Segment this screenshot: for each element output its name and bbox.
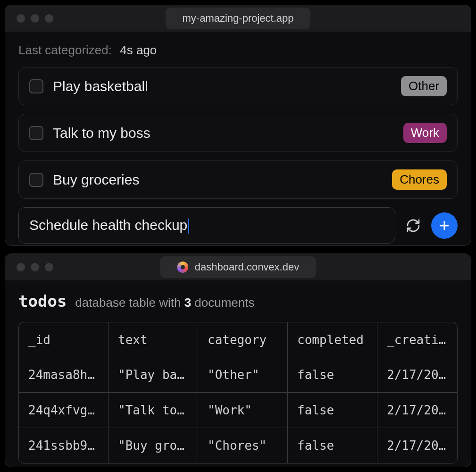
table-subtitle: database table with 3 documents [75, 295, 254, 310]
refresh-button[interactable] [404, 216, 423, 235]
todo-text: Play basketball [53, 78, 392, 94]
traffic-light-minimize[interactable] [31, 263, 39, 271]
table-name: todos [18, 292, 67, 311]
status-line: Last categorized: 4s ago [18, 43, 458, 58]
cell-text: "Talk to… [109, 393, 198, 428]
dashboard-window: dashboard.convex.dev todos database tabl… [5, 253, 471, 467]
subtitle-prefix: database table with [75, 295, 184, 310]
dashboard-address-text: dashboard.convex.dev [195, 261, 299, 273]
category-badge: Work [403, 123, 447, 143]
col-creation[interactable]: _creationTi… [377, 322, 457, 357]
status-value: 4s ago [120, 43, 157, 57]
new-todo-input[interactable]: Schedule health checkup [18, 207, 395, 244]
app-address-text: my-amazing-project.app [183, 12, 294, 25]
cell-category: "Other" [198, 357, 288, 392]
table-row[interactable]: 24q4xfvg…"Talk to…"Work"false2/17/202… [19, 392, 457, 428]
todo-list: Play basketballOtherTalk to my bossWorkB… [18, 67, 458, 199]
todo-row[interactable]: Play basketballOther [18, 67, 458, 105]
cell-id: 24q4xfvg… [19, 393, 109, 428]
table-row[interactable]: 241ssbb9…"Buy gro…"Chores"false2/17/202… [19, 428, 457, 463]
col-completed[interactable]: completed [288, 322, 377, 357]
table-row[interactable]: 24masa8h…"Play ba…"Other"false2/17/202… [19, 357, 457, 392]
table-header-row: _id text category completed _creationTi… [19, 322, 457, 357]
cell-creation: 2/17/202… [377, 393, 457, 428]
doc-count: 3 [184, 295, 191, 310]
dashboard-titlebar: dashboard.convex.dev [5, 254, 471, 280]
cell-completed: false [288, 393, 377, 428]
new-todo-value: Schedule health checkup [29, 217, 187, 233]
category-badge: Other [401, 76, 447, 96]
traffic-light-close[interactable] [17, 14, 25, 23]
todo-row[interactable]: Talk to my bossWork [18, 114, 458, 152]
todo-row[interactable]: Buy groceriesChores [18, 160, 458, 199]
table-heading: todos database table with 3 documents [18, 292, 458, 311]
app-address-bar[interactable]: my-amazing-project.app [166, 8, 311, 29]
new-todo-row: Schedule health checkup [18, 207, 458, 244]
todo-text: Talk to my boss [53, 125, 394, 141]
col-category[interactable]: category [198, 322, 288, 357]
cell-text: "Buy gro… [109, 428, 198, 463]
category-badge: Chores [392, 169, 447, 190]
traffic-light-zoom[interactable] [45, 14, 53, 23]
plus-icon [438, 219, 451, 232]
database-table: _id text category completed _creationTi…… [18, 322, 458, 464]
subtitle-suffix: documents [191, 295, 254, 310]
traffic-light-close[interactable] [17, 263, 25, 271]
traffic-light-zoom[interactable] [45, 263, 53, 271]
status-label: Last categorized: [18, 43, 112, 57]
app-titlebar: my-amazing-project.app [5, 5, 471, 32]
traffic-lights [17, 263, 53, 271]
add-button[interactable] [431, 212, 458, 239]
app-window: my-amazing-project.app Last categorized:… [5, 5, 471, 246]
refresh-icon [406, 218, 421, 233]
dashboard-address-bar[interactable]: dashboard.convex.dev [160, 256, 316, 278]
todo-checkbox[interactable] [29, 173, 43, 187]
cell-creation: 2/17/202… [377, 428, 457, 463]
traffic-lights [17, 14, 53, 23]
cell-creation: 2/17/202… [377, 357, 457, 392]
cell-id: 241ssbb9… [19, 428, 109, 463]
cell-id: 24masa8h… [19, 357, 109, 392]
cell-completed: false [288, 428, 377, 463]
text-caret [188, 219, 189, 234]
todo-text: Buy groceries [53, 172, 383, 188]
cell-text: "Play ba… [109, 357, 198, 392]
todo-checkbox[interactable] [29, 126, 43, 140]
convex-icon [177, 261, 188, 273]
cell-category: "Chores" [198, 428, 288, 463]
col-text[interactable]: text [109, 322, 198, 357]
cell-completed: false [288, 357, 377, 392]
cell-category: "Work" [198, 393, 288, 428]
col-id[interactable]: _id [19, 322, 109, 357]
app-body: Last categorized: 4s ago Play basketball… [5, 32, 471, 246]
traffic-light-minimize[interactable] [31, 14, 39, 23]
dashboard-body: todos database table with 3 documents _i… [5, 280, 471, 467]
todo-checkbox[interactable] [29, 79, 43, 93]
